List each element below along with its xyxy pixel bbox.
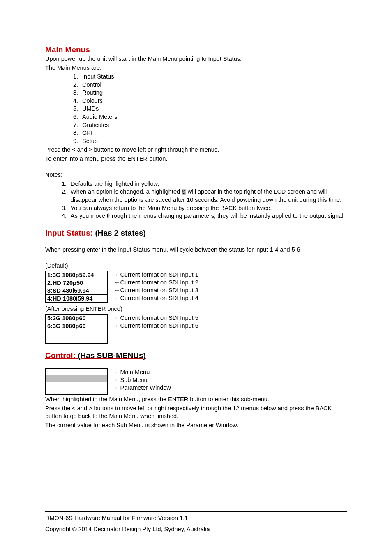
lcd-line: 1:3G 1080p59.94	[45, 271, 108, 279]
lcd-line: 3:SD 480i59.94	[45, 287, 108, 294]
control-p3: The current value for each Sub Menu is s…	[45, 421, 347, 430]
lcd-line: 6:3G 1080p60	[45, 322, 108, 330]
notes-label: Notes:	[45, 171, 347, 179]
notes-list: Defaults are highlighted in yellow. When…	[45, 180, 347, 220]
list-item: Input Status	[80, 73, 347, 81]
control-p1: When highlighted in the Main Menu, press…	[45, 395, 347, 404]
control-suffix: (Has SUB-MENUs)	[76, 351, 146, 360]
left-arrow-icon: ←	[114, 322, 120, 329]
control-heading: Control: (Has SUB-MENUs)	[45, 351, 347, 360]
main-menus-list: Input Status Control Routing Colours UMD…	[45, 73, 347, 145]
main-menus-intro2: The Main Menus are:	[45, 64, 347, 72]
lcd-desc: ←Current format on SDI Input 2	[108, 279, 198, 286]
legend-item: Parameter Window	[120, 384, 171, 391]
list-item: Setup	[80, 137, 347, 146]
status-block-1: 1:3G 1080p59.94 ←Current format on SDI I…	[45, 271, 347, 303]
left-arrow-icon: ←	[114, 295, 120, 301]
lcd-line: 2:HD 720p50	[45, 279, 108, 287]
page-footer: DMON-6S Hardware Manual for Firmware Ver…	[45, 511, 347, 534]
status-block-2: 5:3G 1080p60 ←Current format on SDI Inpu…	[45, 314, 347, 344]
lcd-desc: ←Current format on SDI Input 6	[108, 322, 198, 329]
control-title: Control:	[45, 351, 76, 360]
left-arrow-icon: ←	[114, 377, 120, 383]
left-arrow-icon: ←	[114, 314, 120, 321]
submenu-highlight-row	[46, 375, 107, 382]
list-item: You can always return to the Main Menu b…	[68, 204, 347, 213]
input-status-title: Input Status:	[45, 229, 93, 237]
lcd-desc: ←Current format on SDI Input 4	[108, 294, 198, 302]
input-status-desc: When pressing enter in the Input Status …	[45, 246, 347, 254]
left-arrow-icon: ←	[114, 279, 120, 286]
left-arrow-icon: ←	[114, 384, 120, 391]
legend-item: Main Menu	[120, 369, 150, 375]
main-menus-heading: Main Menus	[45, 45, 347, 54]
lcd-desc: ←Current format on SDI Input 1	[108, 271, 198, 278]
lcd-desc: ←Current format on SDI Input 5	[108, 314, 198, 321]
default-label: (Default)	[45, 262, 347, 270]
after-enter-label: (After pressing ENTER once)	[45, 305, 347, 313]
left-arrow-icon: ←	[114, 369, 120, 375]
input-status-heading: Input Status: (Has 2 states)	[45, 229, 347, 238]
list-item: Colours	[80, 97, 347, 105]
list-item: Graticules	[80, 121, 347, 130]
highlighted-s-icon: S	[182, 189, 186, 195]
lcd-line: 4:HD 1080i59.94	[45, 294, 108, 303]
footer-line2: Copyright © 2014 Decimator Design Pty Lt…	[45, 525, 347, 534]
list-item: Defaults are highlighted in yellow.	[68, 180, 347, 188]
legend-item: Sub Menu	[120, 377, 148, 383]
footer-line1: DMON-6S Hardware Manual for Firmware Ver…	[45, 514, 347, 523]
list-item: When an option is changed, a highlighted…	[68, 188, 347, 204]
lcd-blank	[45, 337, 108, 344]
input-status-suffix: (Has 2 states)	[93, 229, 146, 237]
lcd-blank	[45, 330, 108, 337]
control-lcd-diagram	[45, 368, 108, 395]
list-item: Routing	[80, 89, 347, 97]
control-p2: Press the < and > buttons to move left o…	[45, 405, 347, 421]
note2-pre: When an option is changed, a highlighted	[71, 188, 182, 195]
list-item: Audio Meters	[80, 113, 347, 121]
list-item: Control	[80, 81, 347, 89]
main-menus-nav1: Press the < and > buttons to move left o…	[45, 146, 347, 154]
left-arrow-icon: ←	[114, 287, 120, 294]
list-item: UMDs	[80, 105, 347, 113]
control-legend: ←Main Menu ←Sub Menu ←Parameter Window	[108, 368, 171, 392]
main-menus-intro1: Upon power up the unit will start in the…	[45, 55, 347, 63]
lcd-line: 5:3G 1080p60	[45, 314, 108, 322]
main-menus-nav2: To enter into a menu press the ENTER but…	[45, 155, 347, 163]
left-arrow-icon: ←	[114, 271, 120, 278]
list-item: As you move through the menus changing p…	[68, 212, 347, 220]
list-item: GPI	[80, 129, 347, 137]
lcd-desc: ←Current format on SDI Input 3	[108, 287, 198, 294]
